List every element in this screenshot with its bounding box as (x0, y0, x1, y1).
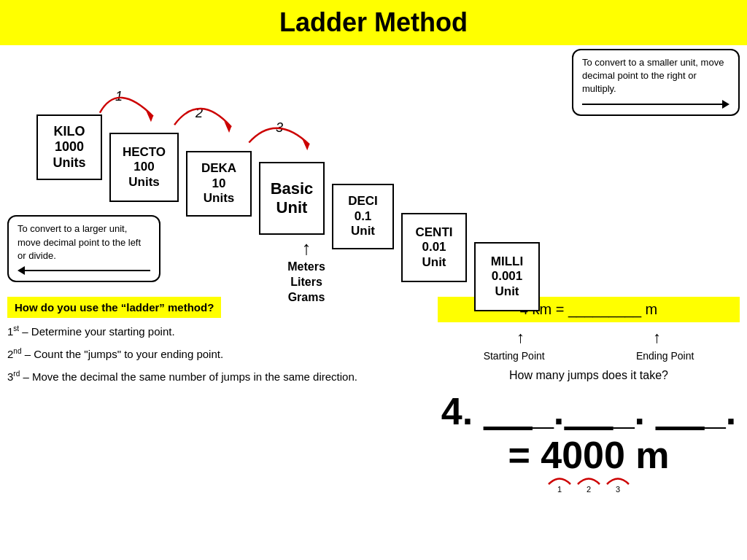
up-arrow-symbol: ↑ (274, 237, 339, 260)
bottom-right: 4 km = _________ m ↑ ↑ Starting Point En… (430, 297, 747, 494)
svg-marker-0 (146, 111, 153, 122)
step-num-1: 1 (115, 89, 123, 104)
milli-unit: Unit (495, 284, 519, 299)
info-right-text: To convert to a smaller unit, move decim… (582, 57, 724, 94)
jump-2: 2 (574, 473, 603, 494)
step-3-text: 3rd – Move the decimal the same number o… (7, 370, 357, 383)
hecto-value: 100 (133, 160, 154, 174)
step-2-text: 2nd – Count the "jumps" to your ending p… (7, 348, 223, 360)
step-2-item: 2nd – Count the "jumps" to your ending p… (7, 346, 423, 362)
deci-unit: Unit (351, 224, 375, 238)
base-units-text: MetersLitersGrams (274, 260, 339, 305)
jumps-row: 1 2 3 (438, 473, 740, 494)
centi-unit: Unit (422, 255, 446, 270)
bottom-left: How do you use the “ladder” method? 1st … (0, 297, 430, 494)
deci-box: DECI 0.1 Unit (332, 184, 394, 249)
deci-label: DECI (348, 194, 378, 209)
right-arrow (582, 100, 729, 109)
bottom-section: How do you use the “ladder” method? 1st … (0, 297, 747, 494)
big-number: 4. _. _. _. = 4000 m (441, 390, 736, 476)
ending-point-label: Ending Point (636, 350, 694, 362)
step-3-item: 3rd – Move the decimal the same number o… (7, 369, 423, 384)
jump-num-1: 1 (557, 485, 562, 494)
centi-value: 0.01 (422, 240, 446, 254)
centi-box: CENTI 0.01 Unit (401, 213, 467, 282)
centi-label: CENTI (416, 225, 453, 240)
step-num-2: 2 (196, 106, 203, 121)
hecto-label: HECTO (123, 145, 166, 160)
page-title: Ladder Method (0, 7, 747, 38)
step-1-text: 1st – Determine your starting point. (7, 325, 175, 338)
arrows-row: ↑ ↑ (438, 328, 740, 347)
info-box-right: To convert to a smaller unit, move decim… (572, 49, 740, 116)
big-answer-area: 4. _. _. _. = 4000 m (438, 389, 740, 477)
kilo-unit: Units (53, 155, 86, 171)
basic-label: Basic (271, 179, 314, 198)
hecto-unit: Units (128, 175, 160, 190)
starting-point-label: Starting Point (484, 350, 545, 362)
jump-3: 3 (603, 473, 632, 494)
ending-point-arrow: ↑ (653, 328, 661, 347)
deka-unit: Units (204, 191, 235, 206)
basic-sublabel: Unit (276, 198, 308, 217)
hecto-box: HECTO 100 Units (109, 133, 179, 202)
labels-row: Starting Point Ending Point (438, 350, 740, 362)
milli-label: MILLI (491, 254, 523, 269)
jump-num-3: 3 (616, 485, 620, 494)
jumps-question: How many jumps does it take? (438, 369, 740, 382)
basic-unit-box: Basic Unit (259, 162, 325, 235)
deci-value: 0.1 (355, 209, 372, 224)
jumps-question-text: How many jumps does it take? (509, 369, 668, 381)
deka-label: DEKA (201, 161, 236, 176)
base-units-area: ↑ MetersLitersGrams (274, 237, 339, 305)
page-header: Ladder Method (0, 0, 747, 45)
deka-value: 10 (212, 176, 226, 191)
step-num-3: 3 (276, 120, 283, 136)
jump-1: 1 (545, 473, 574, 494)
jump-num-2: 2 (587, 485, 591, 494)
kilo-label: KILO (54, 124, 85, 140)
milli-box: MILLI 0.001 Unit (474, 242, 540, 311)
deka-box: DEKA 10 Units (186, 151, 252, 217)
kilo-value: 1000 (55, 139, 84, 155)
svg-marker-1 (224, 121, 231, 133)
svg-marker-2 (302, 139, 309, 151)
step-1-item: 1st – Determine your starting point. (7, 324, 423, 339)
milli-value: 0.001 (492, 269, 523, 284)
starting-point-arrow: ↑ (516, 328, 525, 347)
kilo-box: KILO 1000 Units (36, 114, 102, 180)
